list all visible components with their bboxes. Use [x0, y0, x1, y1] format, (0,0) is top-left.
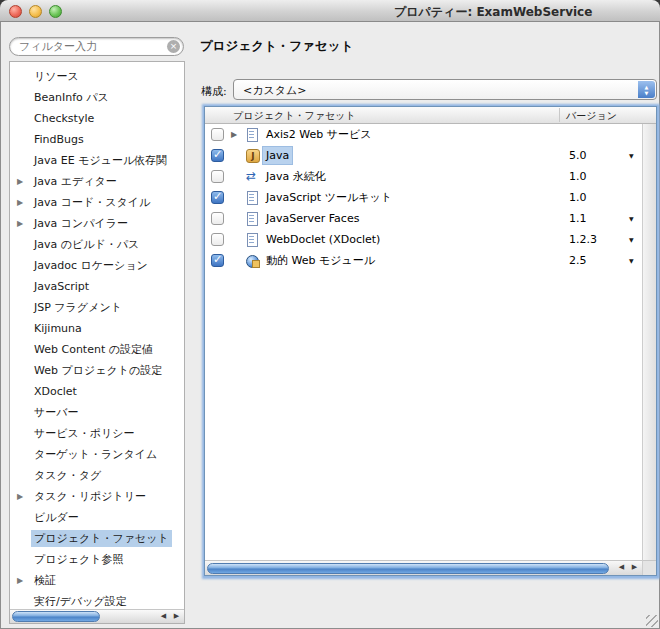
sidebar-item-java-build-path[interactable]: Java のビルド・パス [10, 234, 184, 255]
zoom-button[interactable] [49, 5, 62, 18]
scroll-left-arrow-icon[interactable] [157, 610, 170, 623]
resize-grip[interactable] [646, 615, 658, 627]
facet-checkbox[interactable] [211, 254, 224, 267]
sidebar-item-findbugs[interactable]: FindBugs [10, 129, 184, 150]
properties-window: プロパティー: ExamWebService リソース BeanInfo パス … [0, 0, 660, 629]
sidebar-item-builders[interactable]: ビルダー [10, 507, 184, 528]
sidebar-item-task-repository[interactable]: タスク・リポジトリー [10, 486, 184, 507]
column-separator [559, 108, 560, 122]
sidebar-item-label: BeanInfo パス [31, 89, 112, 106]
sidebar-item-label: サーバー [31, 404, 82, 421]
sidebar-item-javascript[interactable]: JavaScript [10, 276, 184, 297]
sidebar-item-label: 検証 [31, 572, 59, 589]
facet-row-jsf[interactable]: JavaServer Faces 1.1 [205, 208, 643, 229]
column-header-facet[interactable]: プロジェクト・ファセット [233, 109, 356, 123]
config-dropdown-value: <カスタム> [243, 83, 306, 98]
minimize-button[interactable] [29, 5, 42, 18]
sidebar-item-resource[interactable]: リソース [10, 66, 184, 87]
sidebar-item-label: Javadoc ロケーション [31, 257, 151, 274]
config-label: 構成: [201, 84, 227, 99]
version-menu-arrow-icon[interactable] [629, 208, 634, 229]
sidebar-item-label: プロジェクト参照 [31, 551, 127, 568]
sidebar-item-label: JSP フラグメント [31, 299, 125, 316]
sidebar-item-label: Java のビルド・パス [31, 236, 142, 253]
facet-label: Axis2 Web サービス [263, 126, 375, 143]
facet-checkbox[interactable] [211, 191, 224, 204]
sidebar-item-server[interactable]: サーバー [10, 402, 184, 423]
facet-checkbox[interactable] [211, 233, 224, 246]
sidebar-item-label: Java コード・スタイル [31, 194, 153, 211]
close-button[interactable] [9, 5, 22, 18]
sidebar-item-label: XDoclet [31, 383, 80, 400]
facet-label: JavaScript ツールキット [263, 189, 395, 206]
sidebar-item-kijimuna[interactable]: Kijimuna [10, 318, 184, 339]
facet-checkbox[interactable] [211, 170, 224, 183]
popup-arrows-icon: ▲▼ [638, 81, 655, 98]
filter-field[interactable] [9, 37, 184, 56]
filter-input[interactable] [19, 39, 161, 54]
sidebar-item-task-tags[interactable]: タスク・タグ [10, 465, 184, 486]
page-title: プロジェクト・ファセット [200, 38, 353, 55]
column-header-version[interactable]: バージョン [566, 109, 617, 123]
filter-clear-icon[interactable] [167, 40, 180, 53]
facet-label: 動的 Web モジュール [263, 252, 378, 269]
sidebar-list: リソース BeanInfo パス Checkstyle FindBugs Jav… [9, 61, 185, 624]
facet-row-javascript[interactable]: JavaScript ツールキット 1.0 [205, 187, 643, 208]
sidebar-item-validation[interactable]: 検証 [10, 570, 184, 591]
sidebar-item-javaee-deps[interactable]: Java EE モジュール依存関 [10, 150, 184, 171]
facet-row-webdoclet[interactable]: WebDoclet (XDoclet) 1.2.3 [205, 229, 643, 250]
sidebar-item-label: ビルダー [31, 509, 82, 526]
sidebar-item-beaninfo[interactable]: BeanInfo パス [10, 87, 184, 108]
disclosure-triangle-icon[interactable] [17, 192, 23, 213]
facet-version: 1.0 [569, 168, 587, 185]
sidebar-item-project-facets[interactable]: プロジェクト・ファセット [10, 528, 184, 549]
disclosure-triangle-icon[interactable] [17, 213, 23, 234]
disclosure-triangle-icon[interactable] [17, 171, 23, 192]
sidebar-item-service-policy[interactable]: サービス・ポリシー [10, 423, 184, 444]
disclosure-triangle-icon[interactable] [17, 486, 23, 507]
sidebar-item-java-code-style[interactable]: Java コード・スタイル [10, 192, 184, 213]
sidebar-item-label: タスク・タグ [31, 467, 104, 484]
version-menu-arrow-icon[interactable] [629, 250, 634, 271]
scrollbar-thumb[interactable] [12, 611, 100, 622]
version-menu-arrow-icon[interactable] [629, 145, 634, 166]
sidebar-horizontal-scrollbar[interactable] [10, 609, 184, 623]
table-header: プロジェクト・ファセット バージョン [205, 107, 656, 124]
sidebar-item-label: Java コンパイラー [31, 215, 131, 232]
sidebar-item-label: Java エディター [31, 173, 120, 190]
table-vertical-scrollbar[interactable] [642, 124, 656, 560]
sidebar-items: リソース BeanInfo パス Checkstyle FindBugs Jav… [10, 66, 184, 612]
sidebar-item-project-references[interactable]: プロジェクト参照 [10, 549, 184, 570]
sidebar-item-web-content-settings[interactable]: Web Content の設定値 [10, 339, 184, 360]
sidebar-item-target-runtime[interactable]: ターゲット・ランタイム [10, 444, 184, 465]
facet-checkbox[interactable] [211, 212, 224, 225]
sidebar-item-java-compiler[interactable]: Java コンパイラー [10, 213, 184, 234]
jsf-facet-icon [246, 212, 259, 225]
facet-row-jpa[interactable]: Java 永続化 1.0 [205, 166, 643, 187]
sidebar-item-jsp-fragment[interactable]: JSP フラグメント [10, 297, 184, 318]
facet-row-java[interactable]: Java 5.0 [205, 145, 643, 166]
sidebar-item-label: タスク・リポジトリー [31, 488, 149, 505]
sidebar-item-java-editor[interactable]: Java エディター [10, 171, 184, 192]
sidebar-item-javadoc-location[interactable]: Javadoc ロケーション [10, 255, 184, 276]
sidebar-item-xdoclet[interactable]: XDoclet [10, 381, 184, 402]
sidebar-item-checkstyle[interactable]: Checkstyle [10, 108, 184, 129]
disclosure-triangle-icon[interactable] [17, 570, 23, 591]
axis2-facet-icon [246, 128, 259, 141]
facet-checkbox[interactable] [211, 128, 224, 141]
table-horizontal-scrollbar[interactable] [205, 560, 642, 575]
config-dropdown[interactable]: <カスタム> ▲▼ [233, 79, 657, 100]
scroll-right-arrow-icon[interactable] [628, 561, 641, 574]
scroll-left-arrow-icon[interactable] [615, 561, 628, 574]
sidebar-item-label: サービス・ポリシー [31, 425, 138, 442]
disclosure-triangle-icon[interactable] [231, 124, 237, 145]
scroll-right-arrow-icon[interactable] [170, 610, 183, 623]
facet-row-axis2[interactable]: Axis2 Web サービス [205, 124, 643, 145]
facet-row-dynamic-web[interactable]: 動的 Web モジュール 2.5 [205, 250, 643, 271]
scrollbar-thumb[interactable] [207, 563, 609, 574]
version-menu-arrow-icon[interactable] [629, 229, 634, 250]
java-facet-icon [246, 149, 259, 162]
facet-checkbox[interactable] [211, 149, 224, 162]
sidebar-item-label: Web プロジェクトの設定 [31, 362, 165, 379]
sidebar-item-web-project-settings[interactable]: Web プロジェクトの設定 [10, 360, 184, 381]
